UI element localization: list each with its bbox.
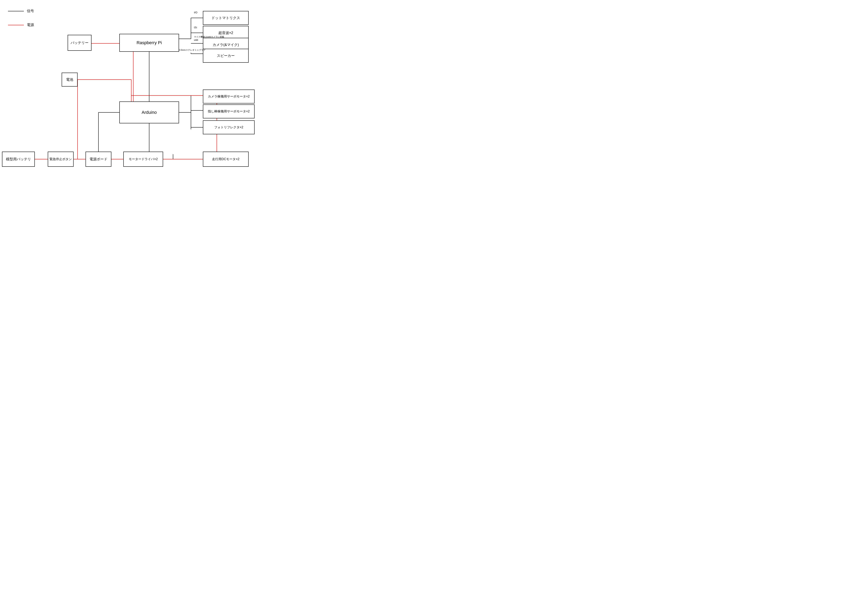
battery-box: バッテリー [68,35,91,51]
emergency-stop-box: 緊急停止ボタン [48,152,74,167]
power-legend-label: 電源 [27,22,34,27]
dot-matrix-box: ドットマトリクス [203,11,249,25]
i2c-label: i2c [194,26,197,29]
finger-servo-box: 指し棒稼働用サーボモータ×2 [203,104,254,118]
photo-reflector-box: フォトリフレクタ×2 [203,120,254,134]
raspberry-pi-box: Raspberry Pi [119,34,179,52]
audio-label: 3.5mmステレオミニプラグ [179,48,205,51]
model-battery-box: 模型用バッテリ [2,152,35,167]
power-board-box: 電源ボード [85,152,112,167]
speaker-box: スピーカー [203,49,249,63]
motor-driver-box: モータードライバ×2 [123,152,163,167]
usb-label: usb [194,39,198,41]
dc-motor-box: 走行用DCモータ×2 [203,152,249,167]
diagram-container: 信号 電源 [0,0,259,189]
power-legend-line [8,25,24,25]
signal-legend-line [8,11,24,11]
denchi-box: 電池 [62,73,78,87]
mic-note-label: マイク機能はwebカメラに搭載 [194,36,224,39]
camera-servo-box: カメラ稼働用サーボモータ×2 [203,90,254,104]
arduino-box: Arduino [119,101,179,123]
io-label: I/O [194,11,197,14]
signal-legend-label: 信号 [27,9,34,13]
